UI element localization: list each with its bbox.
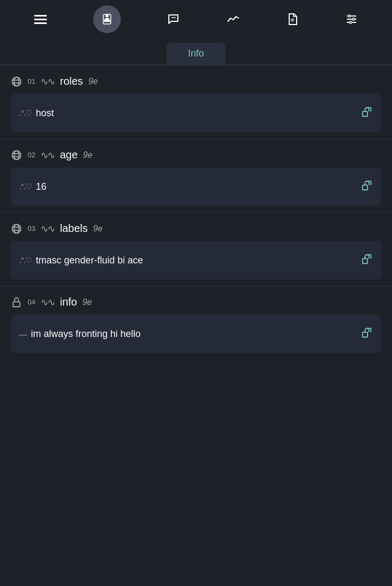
info-header: 04 ∿∿ info 9e bbox=[11, 296, 381, 308]
age-edit-icon[interactable] bbox=[361, 180, 373, 194]
profile-icon[interactable] bbox=[93, 5, 121, 33]
labels-edit-icon[interactable] bbox=[361, 253, 373, 268]
roles-section: 01 ∿∿ roles 9e .°.♡ host bbox=[0, 66, 392, 139]
svg-point-24 bbox=[12, 224, 21, 233]
svg-rect-32 bbox=[363, 332, 368, 337]
info-num: 04 bbox=[28, 298, 35, 306]
analytics-icon[interactable] bbox=[227, 13, 240, 26]
info-privacy: 9e bbox=[83, 298, 92, 307]
info-label: info bbox=[60, 296, 77, 308]
roles-privacy: 9e bbox=[88, 77, 98, 86]
nav-bar bbox=[0, 0, 392, 38]
svg-point-9 bbox=[349, 21, 352, 23]
globe-icon-1 bbox=[11, 76, 22, 87]
info-text: im always fronting hi hello bbox=[31, 328, 141, 340]
labels-text: tmasc gender-fluid bi ace bbox=[36, 255, 143, 266]
age-privacy: 9e bbox=[83, 150, 93, 160]
age-squiggle: ∿∿ bbox=[40, 149, 54, 161]
labels-squiggle: ∿∿ bbox=[40, 223, 54, 235]
lock-icon bbox=[11, 296, 22, 308]
info-decoration: — bbox=[19, 330, 27, 339]
roles-label: roles bbox=[60, 75, 83, 87]
roles-card: .°.♡ host bbox=[11, 94, 381, 132]
info-edit-icon[interactable] bbox=[361, 327, 373, 341]
labels-card-left: .°.♡ tmasc gender-fluid bi ace bbox=[19, 255, 143, 266]
info-card-left: — im always fronting hi hello bbox=[19, 328, 141, 340]
svg-point-7 bbox=[348, 15, 350, 17]
roles-squiggle: ∿∿ bbox=[40, 76, 54, 87]
labels-section: 03 ∿∿ labels 9e .°.♡ tmasc gender-fluid … bbox=[0, 213, 392, 286]
age-card-left: .°.♡ 16 bbox=[19, 181, 46, 192]
roles-decoration: .°.♡ bbox=[19, 108, 31, 118]
labels-num: 03 bbox=[28, 224, 35, 232]
svg-point-8 bbox=[353, 18, 355, 20]
labels-label: labels bbox=[60, 222, 87, 235]
svg-point-25 bbox=[14, 224, 19, 233]
svg-rect-31 bbox=[13, 302, 20, 307]
svg-rect-21 bbox=[363, 185, 368, 190]
tab-bar: Info bbox=[0, 38, 392, 65]
labels-header: 03 ∿∿ labels 9e bbox=[11, 222, 381, 235]
info-card: — im always fronting hi hello bbox=[11, 315, 381, 353]
svg-point-17 bbox=[12, 150, 21, 159]
svg-rect-28 bbox=[363, 259, 368, 263]
roles-num: 01 bbox=[28, 77, 35, 85]
labels-privacy: 9e bbox=[93, 224, 103, 234]
labels-card: .°.♡ tmasc gender-fluid bi ace bbox=[11, 241, 381, 279]
svg-rect-14 bbox=[363, 111, 368, 116]
globe-icon-3 bbox=[11, 223, 22, 235]
roles-text: host bbox=[36, 108, 54, 119]
roles-edit-icon[interactable] bbox=[361, 106, 373, 121]
age-card: .°.♡ 16 bbox=[11, 167, 381, 206]
age-num: 02 bbox=[28, 151, 35, 159]
svg-point-11 bbox=[14, 77, 19, 86]
info-tab[interactable]: Info bbox=[167, 43, 225, 65]
roles-header: 01 ∿∿ roles 9e bbox=[11, 75, 381, 87]
age-text: 16 bbox=[36, 181, 46, 192]
info-section: 04 ∿∿ info 9e — im always fronting hi he… bbox=[0, 286, 392, 359]
age-label: age bbox=[60, 149, 77, 161]
chat-icon[interactable] bbox=[167, 13, 180, 26]
svg-point-18 bbox=[14, 150, 19, 159]
info-squiggle: ∿∿ bbox=[40, 296, 54, 308]
settings-icon[interactable] bbox=[345, 13, 358, 26]
roles-card-left: .°.♡ host bbox=[19, 108, 54, 119]
document-icon[interactable] bbox=[286, 13, 299, 26]
svg-point-10 bbox=[12, 77, 21, 86]
hamburger-icon[interactable] bbox=[34, 15, 47, 24]
globe-icon-2 bbox=[11, 149, 22, 161]
age-decoration: .°.♡ bbox=[19, 182, 31, 191]
labels-decoration: .°.♡ bbox=[19, 255, 31, 265]
age-header: 02 ∿∿ age 9e bbox=[11, 149, 381, 161]
age-section: 02 ∿∿ age 9e .°.♡ 16 bbox=[0, 139, 392, 212]
